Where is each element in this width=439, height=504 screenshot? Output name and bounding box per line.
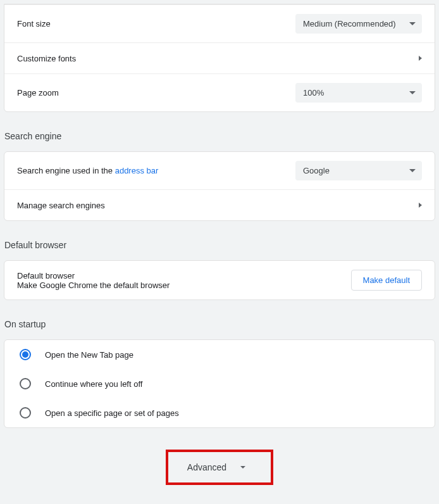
radio-icon <box>20 349 31 360</box>
radio-icon <box>20 378 31 389</box>
customize-fonts-row[interactable]: Customize fonts <box>4 42 435 73</box>
font-size-value: Medium (Recommended) <box>303 19 396 28</box>
startup-option-label: Open the New Tab page <box>45 350 133 360</box>
font-size-label: Font size <box>17 19 295 28</box>
search-engine-section-title: Search engine <box>0 116 439 148</box>
default-browser-section-title: Default browser <box>0 225 439 256</box>
caret-down-icon <box>409 169 416 172</box>
startup-option-new-tab[interactable]: Open the New Tab page <box>4 340 435 369</box>
chevron-right-icon <box>419 56 422 61</box>
page-zoom-row: Page zoom 100% <box>4 73 435 111</box>
search-engine-value: Google <box>303 166 330 175</box>
font-size-select[interactable]: Medium (Recommended) <box>295 14 422 34</box>
on-startup-card: Open the New Tab page Continue where you… <box>4 339 435 428</box>
startup-option-specific-pages[interactable]: Open a specific page or set of pages <box>4 398 435 427</box>
address-bar-link[interactable]: address bar <box>115 166 159 175</box>
search-engine-prefix: Search engine used in the <box>17 166 115 175</box>
chevron-right-icon <box>419 203 422 208</box>
customize-fonts-label: Customize fonts <box>17 54 419 63</box>
manage-search-engines-label: Manage search engines <box>17 201 419 210</box>
search-engine-select[interactable]: Google <box>295 161 422 180</box>
make-default-button[interactable]: Make default <box>351 270 422 291</box>
startup-option-label: Continue where you left off <box>45 379 142 389</box>
appearance-card: Font size Medium (Recommended) Customize… <box>4 4 435 112</box>
page-zoom-value: 100% <box>303 88 324 98</box>
caret-down-icon <box>240 466 245 469</box>
advanced-highlight-box: Advanced <box>166 450 273 485</box>
font-size-row: Font size Medium (Recommended) <box>4 4 435 42</box>
caret-down-icon <box>409 91 416 94</box>
search-engine-card: Search engine used in the address bar Go… <box>4 151 435 221</box>
radio-icon <box>20 407 31 419</box>
default-browser-subtitle: Make Google Chrome the default browser <box>17 280 351 290</box>
search-engine-used-row: Search engine used in the address bar Go… <box>4 152 435 189</box>
advanced-wrap: Advanced <box>0 450 439 485</box>
startup-option-continue[interactable]: Continue where you left off <box>4 369 435 398</box>
default-browser-title: Default browser <box>17 271 351 280</box>
default-browser-card: Default browser Make Google Chrome the d… <box>4 260 435 300</box>
startup-option-label: Open a specific page or set of pages <box>45 408 179 418</box>
page-zoom-select[interactable]: 100% <box>295 83 422 103</box>
manage-search-engines-row[interactable]: Manage search engines <box>4 189 435 220</box>
default-browser-row: Default browser Make Google Chrome the d… <box>4 261 435 299</box>
page-zoom-label: Page zoom <box>17 88 295 98</box>
on-startup-section-title: On startup <box>0 304 439 336</box>
search-engine-used-label: Search engine used in the address bar <box>17 166 295 175</box>
caret-down-icon <box>409 22 416 25</box>
advanced-toggle[interactable]: Advanced <box>187 462 226 472</box>
